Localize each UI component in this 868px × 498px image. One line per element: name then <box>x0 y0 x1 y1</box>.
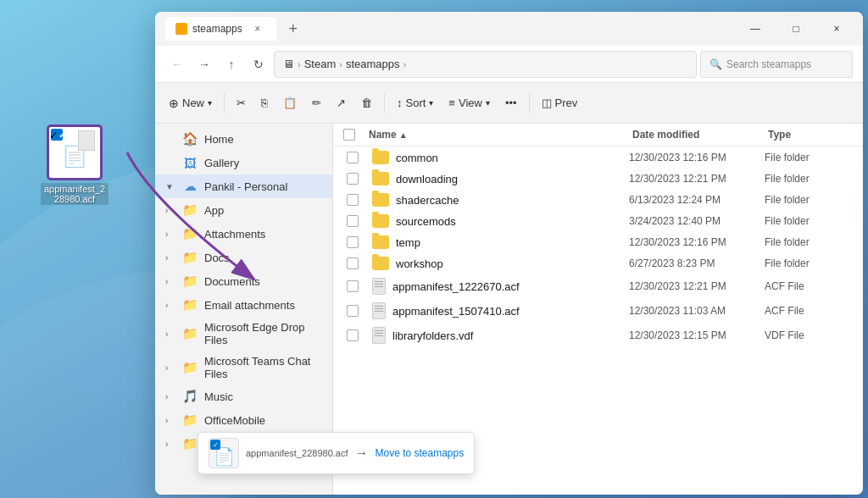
file-type: File folder <box>765 194 849 206</box>
folder-icon <box>372 151 389 164</box>
new-tab-button[interactable]: + <box>281 17 305 41</box>
sidebar-item-app[interactable]: › 📁 App <box>155 198 332 222</box>
sidebar-item-edge[interactable]: › 📁 Microsoft Edge Drop Files <box>155 317 332 351</box>
sidebar-item-attachments[interactable]: › 📁 Attachments <box>155 222 332 246</box>
sidebar-label-documents: Documents <box>204 275 260 288</box>
sidebar-label-gallery: Gallery <box>204 157 239 169</box>
breadcrumb-steamapps[interactable]: steamapps <box>346 58 400 70</box>
sidebar-item-gallery[interactable]: 🖼 Gallery <box>155 151 332 174</box>
file-row[interactable]: workshop 6/27/2023 8:23 PM File folder <box>337 253 860 274</box>
folder-icon <box>372 257 389 270</box>
back-button[interactable]: ← <box>165 53 189 76</box>
sidebar-item-cloud[interactable]: ▼ ☁ Pankil - Personal <box>155 174 332 198</box>
file-date: 6/13/2023 12:24 PM <box>629 194 765 206</box>
row-checkbox[interactable] <box>347 236 372 248</box>
file-type: ACF File <box>765 280 849 292</box>
row-checkbox[interactable] <box>347 257 372 269</box>
file-row[interactable]: appmanifest_1507410.acf 12/30/2023 11:03… <box>337 299 860 323</box>
desktop-icon[interactable]: ✓ 📄 appmanifest_228980.acf <box>41 125 108 205</box>
forward-button[interactable]: → <box>192 53 216 76</box>
file-type: File folder <box>765 173 849 185</box>
more-options-button[interactable]: ••• <box>498 92 524 113</box>
file-name-cell: downloading <box>372 172 629 185</box>
file-row[interactable]: sourcemods 3/24/2023 12:40 PM File folde… <box>337 211 860 231</box>
rename-button[interactable]: ✏ <box>305 92 328 113</box>
tab-close-button[interactable]: × <box>249 20 266 37</box>
sort-arrow-icon: ▲ <box>399 130 408 140</box>
row-checkbox[interactable] <box>347 173 372 185</box>
chevron-icon: › <box>165 230 175 239</box>
window-controls: — □ × <box>736 15 856 42</box>
file-name-cell: appmanifest_1222670.acf <box>372 278 629 295</box>
sort-button[interactable]: ↕ Sort ▾ <box>390 92 440 113</box>
paste-button[interactable]: 📋 <box>276 92 303 113</box>
col-header-date[interactable]: Date modified <box>632 129 768 141</box>
preview-label: Prev <box>555 97 578 109</box>
new-button[interactable]: ⊕ New ▾ <box>162 92 219 114</box>
folder-icon: 📁 <box>182 274 198 289</box>
copy-button[interactable]: ⎘ <box>254 92 275 113</box>
sidebar-item-home[interactable]: 🏠 Home <box>155 127 332 151</box>
drag-arrow-icon: → <box>354 445 368 461</box>
breadcrumb-steam[interactable]: Steam <box>304 58 337 70</box>
minimize-button[interactable]: — <box>736 15 775 42</box>
share-icon: ↗ <box>337 97 346 109</box>
row-checkbox[interactable] <box>347 194 372 206</box>
view-button[interactable]: ≡ View ▾ <box>442 92 497 113</box>
preview-button[interactable]: ◫ Prev <box>535 92 585 113</box>
sidebar-label-office: OfficeMobile <box>204 414 265 427</box>
active-tab[interactable]: steamapps × <box>165 17 276 41</box>
chevron-icon: › <box>165 253 175 263</box>
col-header-name[interactable]: Name ▲ <box>369 129 632 141</box>
toolbar-divider-3 <box>529 93 530 113</box>
file-row[interactable]: downloading 12/30/2023 12:21 PM File fol… <box>337 169 860 189</box>
sidebar-label-music: Music <box>204 390 233 403</box>
row-checkbox[interactable] <box>347 215 372 227</box>
file-row[interactable]: appmanifest_1222670.acf 12/30/2023 12:21… <box>337 274 860 298</box>
breadcrumb-bar: 🖥 › Steam › steamapps › <box>274 51 697 78</box>
folder-icon: 📁 <box>182 297 198 313</box>
file-name-cell: workshop <box>372 257 629 270</box>
cut-icon: ✂ <box>236 97 246 109</box>
refresh-button[interactable]: ↻ <box>247 53 270 76</box>
search-box[interactable]: 🔍 Search steamapps <box>700 51 853 78</box>
file-type: File folder <box>765 152 849 163</box>
file-row[interactable]: common 12/30/2023 12:16 PM File folder <box>337 147 860 168</box>
file-date: 12/30/2023 12:21 PM <box>629 280 765 292</box>
maximize-button[interactable]: □ <box>776 15 815 42</box>
sidebar-item-office[interactable]: › 📁 OfficeMobile <box>155 408 332 432</box>
file-type: File folder <box>765 257 849 269</box>
music-icon: 🎵 <box>182 389 198 404</box>
sidebar-item-email[interactable]: › 📁 Email attachments <box>155 293 332 317</box>
more-icon: ••• <box>505 97 517 109</box>
file-name-cell: shadercache <box>372 193 629 207</box>
sidebar-item-docs[interactable]: › 📁 Docs <box>155 246 332 269</box>
chevron-icon: › <box>165 416 175 425</box>
check-all[interactable] <box>343 129 369 141</box>
chevron-icon: › <box>165 206 175 215</box>
file-row[interactable]: shadercache 6/13/2023 12:24 PM File fold… <box>337 190 860 210</box>
row-checkbox[interactable] <box>347 152 372 163</box>
up-button[interactable]: ↑ <box>220 53 243 76</box>
row-checkbox[interactable] <box>347 280 372 292</box>
close-window-button[interactable]: × <box>817 15 856 42</box>
sidebar-label-app: App <box>204 204 224 217</box>
view-icon: ≡ <box>448 97 455 109</box>
delete-icon: 🗑 <box>361 97 372 109</box>
row-checkbox[interactable] <box>347 305 372 317</box>
sidebar-item-teams[interactable]: › 📁 Microsoft Teams Chat Files <box>155 351 332 385</box>
file-row[interactable]: temp 12/30/2023 12:16 PM File folder <box>337 232 860 252</box>
title-bar: steamapps × + — □ × <box>155 12 863 46</box>
sidebar-item-music[interactable]: › 🎵 Music <box>155 385 332 408</box>
new-icon: ⊕ <box>169 97 179 110</box>
delete-button[interactable]: 🗑 <box>354 92 379 113</box>
row-checkbox[interactable] <box>347 329 372 341</box>
share-button[interactable]: ↗ <box>330 92 353 113</box>
check-all-box[interactable] <box>343 129 355 141</box>
cut-button[interactable]: ✂ <box>230 92 253 113</box>
folder-icon: 📁 <box>182 326 198 341</box>
sidebar-item-documents[interactable]: › 📁 Documents <box>155 269 332 293</box>
search-placeholder: Search steamapps <box>726 58 811 70</box>
col-header-type[interactable]: Type <box>768 129 853 141</box>
file-row[interactable]: libraryfolders.vdf 12/30/2023 12:15 PM V… <box>337 324 860 347</box>
